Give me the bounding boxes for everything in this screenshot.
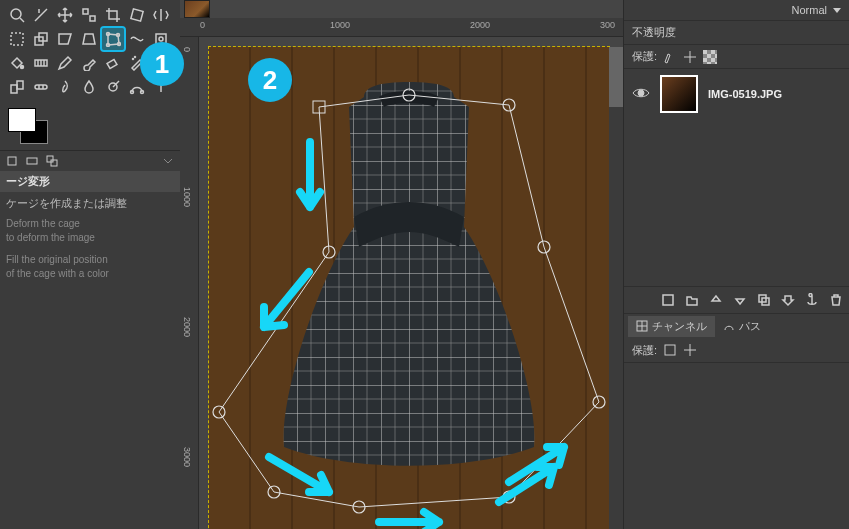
right-panel: Normal 不透明度 保護: IMG-0519.JPG: [623, 0, 849, 529]
svg-point-23: [135, 57, 136, 58]
svg-rect-35: [51, 160, 57, 166]
tool-shear[interactable]: [54, 28, 76, 50]
lock-label: 保護:: [632, 49, 657, 64]
tab-device-icon[interactable]: [24, 153, 40, 169]
svg-rect-5: [90, 16, 95, 21]
tool-paint[interactable]: [78, 52, 100, 74]
lock-label-2: 保護:: [632, 343, 657, 358]
svg-rect-6: [131, 9, 143, 21]
lower-layer-icon[interactable]: [731, 291, 749, 309]
tool-scale[interactable]: [30, 28, 52, 50]
tool-heal[interactable]: [30, 76, 52, 98]
tool-warp[interactable]: [126, 28, 148, 50]
tool-erase[interactable]: [102, 52, 124, 74]
tool-crop[interactable]: [102, 4, 124, 26]
svg-rect-4: [83, 9, 88, 14]
layer-row[interactable]: IMG-0519.JPG: [624, 69, 849, 119]
tool-align[interactable]: [78, 4, 100, 26]
tool-cage[interactable]: [102, 28, 124, 50]
lock-move-icon[interactable]: [683, 50, 697, 64]
tool-measure[interactable]: [30, 4, 52, 26]
merge-down-icon[interactable]: [779, 291, 797, 309]
tool-gradient[interactable]: [30, 52, 52, 74]
svg-line-1: [20, 18, 24, 22]
lock-alpha-icon[interactable]: [703, 50, 717, 64]
svg-line-2: [35, 9, 47, 21]
tool-flip[interactable]: [150, 4, 172, 26]
fg-color[interactable]: [8, 108, 36, 132]
svg-point-15: [159, 37, 163, 41]
tab-paths[interactable]: パス: [715, 316, 769, 337]
svg-rect-26: [35, 85, 47, 89]
chevron-down-icon[interactable]: [833, 8, 841, 13]
tool-dodge[interactable]: [102, 76, 124, 98]
svg-rect-21: [107, 59, 117, 68]
scrollbar-vertical[interactable]: [609, 47, 623, 529]
tool-perspective[interactable]: [78, 28, 100, 50]
color-swatches[interactable]: [8, 108, 172, 144]
tool-options-subtitle: ケージを作成または調整: [6, 196, 174, 211]
svg-point-0: [11, 9, 21, 19]
tool-pencil[interactable]: [54, 52, 76, 74]
hint-deform-2: to deform the image: [6, 231, 174, 245]
new-group-icon[interactable]: [683, 291, 701, 309]
annotation-badge-2: 2: [248, 58, 292, 102]
arrow-annotation: [369, 507, 459, 529]
svg-rect-34: [47, 156, 53, 162]
anchor-layer-icon[interactable]: [803, 291, 821, 309]
layer-thumbnail[interactable]: [660, 75, 698, 113]
visibility-eye-icon[interactable]: [632, 84, 650, 104]
svg-rect-7: [11, 33, 23, 45]
svg-rect-24: [11, 85, 17, 93]
new-layer-icon[interactable]: [659, 291, 677, 309]
svg-point-16: [21, 66, 24, 69]
ruler-horizontal: 0 1000 2000 300: [180, 18, 623, 37]
blend-mode-value[interactable]: Normal: [792, 4, 827, 16]
tool-bucket[interactable]: [6, 52, 28, 74]
tool-options-body: ケージを作成または調整 Deform the cage to deform th…: [0, 192, 180, 285]
tool-path[interactable]: [126, 76, 148, 98]
tab-images-icon[interactable]: [44, 153, 60, 169]
svg-rect-58: [665, 345, 675, 355]
layer-name[interactable]: IMG-0519.JPG: [708, 88, 782, 100]
image-tab-thumb[interactable]: [184, 0, 210, 18]
hint-deform-1: Deform the cage: [6, 217, 174, 231]
canvas-area: 0 1000 2000 300 0 1000 2000 3000: [180, 0, 623, 529]
arrow-annotation: [499, 437, 579, 497]
svg-rect-32: [8, 157, 16, 165]
delete-layer-icon[interactable]: [827, 291, 845, 309]
tab-tool-options-icon[interactable]: [4, 153, 20, 169]
tool-smudge[interactable]: [54, 76, 76, 98]
svg-rect-33: [27, 158, 37, 164]
tool-clone[interactable]: [6, 76, 28, 98]
duplicate-layer-icon[interactable]: [755, 291, 773, 309]
dock-tabbar: [0, 150, 180, 171]
tool-options-title: ージ変形: [0, 171, 180, 192]
tool-move[interactable]: [54, 4, 76, 26]
hint-fill-1: Fill the original position: [6, 253, 174, 267]
tool-rotate[interactable]: [126, 4, 148, 26]
tab-paths-label: パス: [739, 319, 761, 334]
opacity-label: 不透明度: [632, 25, 676, 40]
bottom-tabs: チャンネル パス: [624, 314, 849, 339]
arrow-annotation: [249, 267, 319, 347]
lock-move-icon-2[interactable]: [683, 343, 697, 357]
layer-buttons: [624, 286, 849, 314]
image-tabbar: [180, 0, 623, 18]
lock-paint-icon-2[interactable]: [663, 343, 677, 357]
annotation-badge-1: 1: [140, 42, 184, 86]
hint-fill-2: of the cage with a color: [6, 267, 174, 281]
svg-point-22: [133, 59, 134, 60]
tool-rect-select[interactable]: [6, 28, 28, 50]
canvas-viewport[interactable]: [199, 37, 623, 529]
arrow-annotation: [259, 447, 349, 507]
tab-channels-label: チャンネル: [652, 319, 707, 334]
dock-menu-icon[interactable]: [160, 153, 176, 169]
scrollbar-thumb[interactable]: [609, 47, 623, 107]
tab-channels[interactable]: チャンネル: [628, 316, 715, 337]
lock-paint-icon[interactable]: [663, 50, 677, 64]
tool-blur[interactable]: [78, 76, 100, 98]
raise-layer-icon[interactable]: [707, 291, 725, 309]
tool-magnify[interactable]: [6, 4, 28, 26]
svg-rect-25: [17, 81, 23, 89]
